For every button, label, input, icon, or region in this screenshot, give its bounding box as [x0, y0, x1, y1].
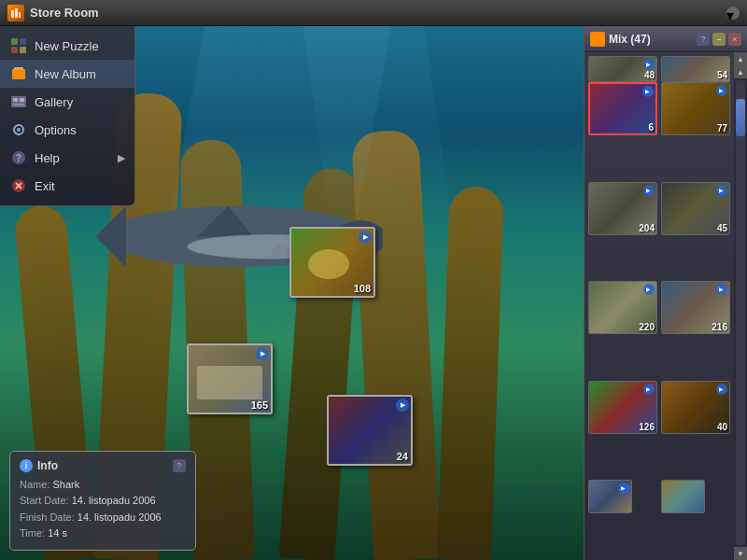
- album-thumb-rialto[interactable]: [661, 480, 705, 513]
- svg-rect-1: [15, 8, 18, 18]
- album-folder-icon: [590, 32, 605, 47]
- svg-rect-13: [11, 47, 18, 53]
- title-bar: Store Room ▾: [0, 0, 747, 26]
- scrollbar-down[interactable]: ▼: [734, 547, 747, 560]
- album-play-48[interactable]: [643, 59, 655, 70]
- info-start-label: Start Date:: [20, 495, 69, 506]
- puzzle-thumb-flowers[interactable]: 108: [289, 227, 375, 298]
- album-play-40[interactable]: [716, 384, 727, 395]
- album-num-6: 6: [648, 122, 654, 133]
- album-thumb-6[interactable]: 6: [588, 82, 657, 135]
- album-thumb-48[interactable]: 48: [588, 56, 657, 82]
- album-num-40: 40: [717, 422, 727, 432]
- options-icon: [9, 120, 28, 139]
- canvas-area: New Puzzle New Album: [0, 26, 584, 560]
- scrollbar-thumb[interactable]: [736, 99, 745, 136]
- info-finish-value: 14. listopadu 2006: [78, 511, 162, 523]
- svg-rect-0: [11, 10, 14, 18]
- main-area: New Puzzle New Album: [0, 26, 747, 560]
- info-name-label: Name:: [20, 479, 49, 490]
- info-finish-label: Finish Date:: [20, 511, 75, 523]
- album-title: Mix (47): [609, 33, 693, 46]
- help-icon: ?: [9, 148, 28, 167]
- album-thumb-45[interactable]: 45: [661, 182, 730, 235]
- svg-rect-20: [13, 104, 24, 105]
- info-title-label: Info: [37, 459, 58, 472]
- svg-rect-16: [14, 67, 23, 70]
- gallery-icon: [9, 92, 28, 111]
- puzzle-icon: [9, 36, 28, 55]
- scrollbar-track[interactable]: [736, 80, 745, 545]
- svg-rect-15: [12, 69, 25, 79]
- menu-item-gallery[interactable]: Gallery: [0, 88, 134, 116]
- svg-text:?: ?: [16, 153, 21, 163]
- album-help-btn[interactable]: ?: [697, 33, 710, 46]
- menu-panel: New Puzzle New Album: [0, 26, 135, 206]
- album-play-77[interactable]: [716, 85, 727, 96]
- menu-item-new-puzzle[interactable]: New Puzzle: [0, 32, 134, 60]
- play-button-flowers[interactable]: [359, 231, 372, 244]
- svg-rect-14: [20, 47, 26, 53]
- album-play-45[interactable]: [716, 185, 727, 196]
- play-button-parthenon[interactable]: [256, 347, 269, 360]
- scroll-up-arrow[interactable]: ▲: [734, 52, 747, 65]
- album-num-220: 220: [639, 322, 655, 332]
- window-drag[interactable]: ▾: [726, 7, 740, 20]
- menu-label-gallery: Gallery: [35, 95, 73, 109]
- info-start-value: 14. listopadu 2006: [72, 495, 156, 506]
- album-thumb-venice[interactable]: [588, 480, 632, 513]
- album-thumb-220[interactable]: 220: [588, 281, 657, 334]
- menu-item-exit[interactable]: Exit: [0, 172, 134, 200]
- app-container: Store Room ▾: [0, 0, 747, 560]
- album-play-126[interactable]: [643, 384, 655, 395]
- help-arrow: ▶: [118, 152, 125, 164]
- svg-rect-11: [11, 38, 18, 45]
- puzzle-thumb-bikes[interactable]: 24: [327, 395, 413, 466]
- svg-rect-12: [20, 38, 26, 45]
- album-thumb-77[interactable]: 77: [661, 82, 730, 135]
- thumb-num-parthenon: 165: [251, 399, 268, 411]
- album-num-216: 216: [712, 322, 727, 332]
- album-thumb-54[interactable]: 54: [661, 56, 730, 82]
- svg-marker-5: [95, 206, 126, 267]
- menu-label-new-puzzle: New Puzzle: [35, 39, 99, 53]
- svg-rect-18: [13, 98, 18, 102]
- album-thumb-216[interactable]: 216: [661, 281, 730, 334]
- puzzle-thumb-parthenon[interactable]: 165: [187, 343, 273, 414]
- album-num-126: 126: [639, 422, 655, 432]
- album-num-204: 204: [639, 223, 655, 233]
- menu-item-options[interactable]: Options: [0, 116, 134, 144]
- svg-point-22: [17, 128, 21, 132]
- album-thumb-126[interactable]: 126: [588, 381, 657, 434]
- scrollbar-up[interactable]: ▲: [734, 65, 747, 78]
- svg-rect-17: [11, 96, 26, 107]
- album-top-partial: 48 54: [585, 52, 734, 78]
- album-close-btn[interactable]: ×: [728, 33, 741, 46]
- info-time-label: Time:: [20, 527, 45, 539]
- menu-label-exit: Exit: [35, 179, 55, 193]
- info-help-button[interactable]: ?: [173, 459, 186, 472]
- album-min-btn[interactable]: −: [712, 33, 726, 46]
- album-header: Mix (47) ? − ×: [585, 26, 747, 52]
- exit-icon: [9, 176, 28, 195]
- album-num-45: 45: [717, 223, 727, 233]
- menu-item-help[interactable]: ? Help ▶: [0, 144, 134, 172]
- album-play-6[interactable]: [642, 86, 654, 97]
- svg-rect-2: [19, 12, 21, 18]
- menu-label-options: Options: [35, 123, 77, 137]
- info-time-value: 14 s: [48, 527, 67, 539]
- album-play-204[interactable]: [643, 185, 655, 196]
- menu-item-new-album[interactable]: New Album: [0, 60, 134, 88]
- album-num-54: 54: [717, 70, 727, 80]
- album-num-77: 77: [717, 123, 727, 133]
- info-icon: i: [20, 459, 33, 472]
- album-num-48: 48: [644, 70, 655, 80]
- album-thumb-40[interactable]: 40: [661, 381, 730, 434]
- thumb-num-flowers: 108: [354, 283, 371, 294]
- svg-rect-19: [20, 98, 24, 102]
- menu-label-help: Help: [35, 151, 60, 165]
- play-button-bikes[interactable]: [396, 399, 409, 412]
- album-thumb-204[interactable]: 204: [588, 182, 657, 235]
- album-grid: 6 77 204: [585, 78, 734, 560]
- menu-label-new-album: New Album: [35, 67, 96, 81]
